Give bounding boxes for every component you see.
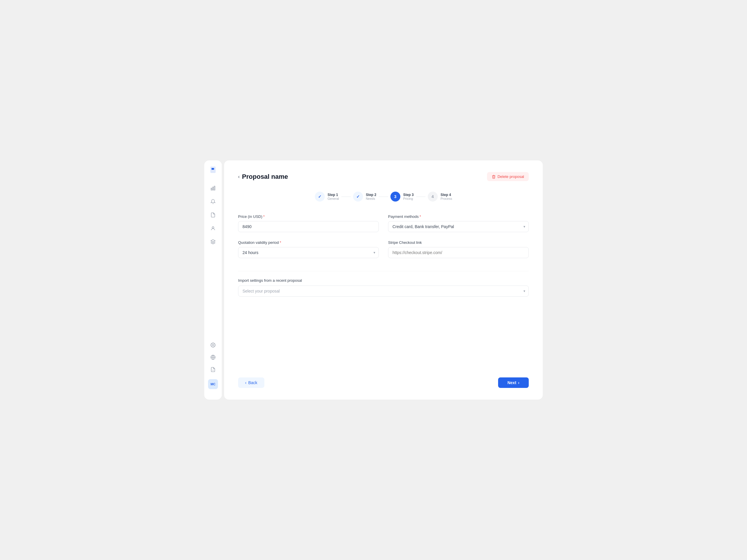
step-1-indicator: ✓ xyxy=(315,192,325,202)
next-button-label: Next xyxy=(508,380,516,385)
step-4: 4 Step 4 Process xyxy=(428,192,452,202)
payment-select-wrapper: Credit card, Bank transfer, PayPal ▾ xyxy=(388,221,529,232)
payment-group: Payment methods * Credit card, Bank tran… xyxy=(388,214,529,232)
step-2: ✓ Step 2 Needs xyxy=(353,192,377,202)
sidebar-logo[interactable] xyxy=(209,166,216,175)
settings-icon[interactable] xyxy=(210,342,216,348)
step-1: ✓ Step 1 General xyxy=(315,192,339,202)
step-2-label: Step 2 Needs xyxy=(366,193,377,201)
page-title-group: ‹ Proposal name xyxy=(238,173,288,181)
import-select[interactable]: Select your proposal xyxy=(238,286,529,297)
price-input[interactable] xyxy=(238,221,379,232)
stepper: ✓ Step 1 General ✓ Step 2 Needs 3 xyxy=(238,192,529,202)
user-icon[interactable] xyxy=(210,226,216,231)
back-button-label: Back xyxy=(248,380,257,385)
main-content: ‹ Proposal name Delete proposal ✓ Step 1… xyxy=(224,160,543,400)
step-1-label: Step 1 General xyxy=(328,193,339,201)
validity-label: Quotation validity period * xyxy=(238,240,379,245)
validity-select[interactable]: 24 hours 48 hours 72 hours 1 week xyxy=(238,247,379,258)
payment-label: Payment methods * xyxy=(388,214,529,219)
price-required: * xyxy=(263,214,265,219)
layers-icon[interactable] xyxy=(210,239,216,244)
stripe-input[interactable] xyxy=(388,247,529,258)
step-3: 3 Step 3 Pricing xyxy=(390,192,414,202)
validity-required: * xyxy=(280,240,281,245)
validity-group: Quotation validity period * 24 hours 48 … xyxy=(238,240,379,258)
svg-marker-5 xyxy=(211,240,215,242)
chart-icon[interactable] xyxy=(210,186,216,191)
page-title: Proposal name xyxy=(242,173,288,181)
svg-point-4 xyxy=(212,226,214,229)
step-3-label: Step 3 Pricing xyxy=(403,193,414,201)
form-actions: ‹ Back Next › xyxy=(238,377,529,388)
form-divider xyxy=(238,271,529,271)
step-3-indicator: 3 xyxy=(390,192,400,202)
form-row-2: Quotation validity period * 24 hours 48 … xyxy=(238,240,529,258)
sidebar: MC xyxy=(204,160,222,400)
back-chevron-icon: ‹ xyxy=(245,380,247,385)
step-divider-2 xyxy=(379,196,388,197)
svg-rect-3 xyxy=(214,186,215,190)
globe-icon[interactable] xyxy=(210,355,216,360)
import-section: Import settings from a recent proposal S… xyxy=(238,278,529,297)
back-arrow-icon[interactable]: ‹ xyxy=(238,174,239,179)
form-row-1: Price (in USD) * Payment methods * Credi… xyxy=(238,214,529,232)
step-4-indicator: 4 xyxy=(428,192,438,202)
next-chevron-icon: › xyxy=(518,380,519,385)
delete-proposal-button[interactable]: Delete proposal xyxy=(487,172,529,181)
avatar[interactable]: MC xyxy=(208,379,218,389)
bell-icon[interactable] xyxy=(210,199,216,204)
payment-required: * xyxy=(420,214,421,219)
validity-select-wrapper: 24 hours 48 hours 72 hours 1 week ▾ xyxy=(238,247,379,258)
import-select-wrapper: Select your proposal ▾ xyxy=(238,286,529,297)
step-divider-3 xyxy=(416,196,426,197)
svg-rect-1 xyxy=(211,188,212,190)
document-icon[interactable] xyxy=(210,212,216,218)
price-label: Price (in USD) * xyxy=(238,214,379,219)
price-group: Price (in USD) * xyxy=(238,214,379,232)
payment-select[interactable]: Credit card, Bank transfer, PayPal xyxy=(388,221,529,232)
stripe-group: Stripe Checkout link xyxy=(388,240,529,258)
step-2-indicator: ✓ xyxy=(353,192,363,202)
trash-icon xyxy=(492,175,496,179)
svg-rect-2 xyxy=(213,187,213,190)
svg-point-6 xyxy=(212,344,214,346)
export-icon[interactable] xyxy=(210,367,216,372)
page-header: ‹ Proposal name Delete proposal xyxy=(238,172,529,181)
delete-proposal-label: Delete proposal xyxy=(497,175,524,179)
back-button[interactable]: ‹ Back xyxy=(238,377,264,388)
import-label: Import settings from a recent proposal xyxy=(238,278,529,283)
step-divider-1 xyxy=(341,196,351,197)
step-4-label: Step 4 Process xyxy=(441,193,452,201)
next-button[interactable]: Next › xyxy=(498,377,529,388)
stripe-label: Stripe Checkout link xyxy=(388,240,529,245)
